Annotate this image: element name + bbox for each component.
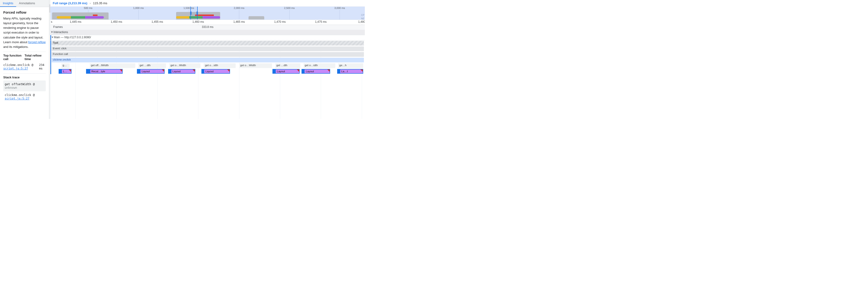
flame-chart[interactable]: Frames 333.8 ms Interactions Main — http… (51, 25, 365, 119)
event-bar[interactable]: Event: click (52, 47, 364, 51)
insight-panel: Forced reflow Many APIs, typically readi… (0, 7, 49, 119)
insights-sidebar: Insights Annotations Forced reflow Many … (0, 0, 49, 119)
top-fn-location-link[interactable]: script.js:5:27 (3, 67, 28, 70)
layout-bar[interactable]: Recal…tyle (90, 69, 123, 74)
get-offsetwidth-bar[interactable]: ge…h (338, 63, 363, 68)
layout-bar[interactable]: Layout (171, 69, 195, 74)
top-fn-header: Top function call Total reflow time (3, 54, 46, 61)
ruler-tick: 1,455 ms (152, 20, 163, 24)
layout-prelude-bar[interactable] (168, 69, 171, 74)
insight-body-prefix: Many APIs, typically reading layout geom… (3, 17, 43, 44)
interactions-track-label: Interactions (51, 30, 69, 34)
layout-bar[interactable]: L… (61, 69, 71, 74)
insight-title: Forced reflow (3, 10, 46, 14)
long-task-corner-icon (192, 69, 195, 72)
stack-trace-label: Stack trace (3, 76, 46, 79)
total-reflow-label: Total reflow time (25, 54, 46, 61)
main-label-text: Main — http://127.0.0.1:8080/ (54, 36, 91, 39)
stack-loc-unknown: unknown (5, 86, 17, 89)
layout-prelude-bar[interactable] (337, 69, 340, 74)
long-task-corner-icon (227, 69, 229, 72)
main-track-label: Main — http://127.0.0.1:8080/ (52, 36, 92, 39)
long-task-corner-icon (69, 69, 71, 72)
ruler-tick: 1,480 (358, 20, 365, 24)
layout-prelude-bar[interactable] (273, 69, 275, 74)
overview-grip-right[interactable] (196, 6, 198, 20)
timeline-panel: Full range (3,213.39 ms) › 115.35 ms 500… (51, 0, 365, 119)
ruler-tick: 1,465 ms (233, 20, 245, 24)
get-offsetwidth-bar[interactable]: get o…idth (204, 63, 236, 68)
get-offsetwidth-bar[interactable]: get o…idth (304, 63, 335, 68)
main-track-indicator (51, 40, 51, 74)
at-symbol: @ (33, 93, 35, 97)
stack-loc-link[interactable]: script.js:5:27 (5, 97, 29, 100)
overview-grip-left[interactable] (190, 6, 192, 20)
get-offsetwidth-bar[interactable]: get …dth (138, 63, 166, 68)
tab-insights[interactable]: Insights (0, 0, 16, 7)
disclosure-triangle-icon[interactable] (52, 37, 54, 38)
get-offsetwidth-bar[interactable]: g… (61, 63, 70, 68)
layout-bar[interactable]: La…t (340, 69, 364, 74)
get-offsetwidth-bar[interactable]: get o…Width (239, 63, 272, 68)
stack-frame[interactable]: clickme.onclick @ script.js:5:27 (3, 91, 46, 102)
main-track-indicator (51, 35, 51, 40)
main-track-header[interactable]: Main — http://127.0.0.1:8080/ (51, 35, 365, 40)
long-task-corner-icon (162, 69, 164, 72)
disclosure-triangle-icon[interactable] (51, 32, 53, 33)
overview-tick: 500 ms (84, 6, 92, 9)
top-fn-row: clickme.onclick @ script.js:5:27 234 ms (3, 62, 46, 71)
get-offsetwidth-bar[interactable]: get off…tWidth (90, 63, 135, 68)
overview-tick: 1,000 ms (133, 6, 144, 9)
layout-bar[interactable]: Layout (304, 69, 330, 74)
layout-bar[interactable]: Layout (275, 69, 300, 74)
long-task-corner-icon (361, 69, 363, 72)
ruler-tick: 1,470 ms (274, 20, 286, 24)
long-task-corner-icon (297, 69, 299, 72)
layout-bar[interactable]: Layout (140, 69, 164, 74)
overview-tick: 2,000 ms (234, 6, 244, 9)
overview-selection-window[interactable] (190, 6, 198, 20)
layout-prelude-bar[interactable] (137, 69, 140, 74)
timeline-overview[interactable]: 500 ms1,000 ms1,500 ms2,000 ms2,500 ms3,… (51, 6, 365, 20)
forced-reflow-link[interactable]: forced reflow (28, 40, 45, 44)
insight-body-suffix: and its mitigations. (3, 45, 29, 49)
chevron-right-icon: › (90, 1, 91, 5)
layout-prelude-bar[interactable] (302, 69, 304, 74)
long-task-corner-icon (327, 69, 330, 72)
insight-description: Many APIs, typically reading layout geom… (3, 16, 46, 49)
get-offsetwidth-bar[interactable]: get …dth (275, 63, 300, 68)
overview-tick: 3,000 ms (334, 6, 345, 9)
frames-track-label: Frames (53, 25, 64, 29)
breadcrumb-current-range[interactable]: 115.35 ms (93, 1, 107, 5)
ruler-tick: 1,450 ms (111, 20, 122, 24)
stack-frame[interactable]: get offsetWidth @ unknown (3, 81, 46, 91)
tab-annotations[interactable]: Annotations (16, 0, 38, 7)
ruler-tick: 1,460 ms (192, 20, 204, 24)
breadcrumb-full-range[interactable]: Full range (3,213.39 ms) (53, 1, 87, 5)
layout-prelude-bar[interactable] (202, 69, 204, 74)
main-flame-lanes: Task Event: click Function call clickme.… (51, 40, 365, 74)
ruler-left-edge: s (51, 20, 52, 24)
overview-line (57, 16, 104, 19)
frames-track[interactable]: Frames 333.8 ms (51, 25, 365, 30)
sidebar-tabs: Insights Annotations (0, 0, 49, 7)
stack-fn-name: get offsetWidth (5, 82, 31, 86)
top-fn-label: Top function call (3, 54, 25, 61)
stack-fn-name: clickme.onclick (5, 93, 31, 97)
function-call-bar[interactable]: Function call (52, 52, 364, 57)
at-symbol: @ (31, 63, 33, 67)
interactions-label-text: Interactions (54, 30, 68, 34)
get-offsetwidth-bar[interactable]: get o…Width (169, 63, 200, 68)
ruler-tick: 1,445 ms (70, 20, 81, 24)
overview-tick: 2,500 ms (284, 6, 295, 9)
range-breadcrumb: Full range (3,213.39 ms) › 115.35 ms (51, 0, 365, 6)
onclick-bar[interactable]: clickme.onclick (52, 58, 364, 62)
overview-long-task-marker (93, 15, 97, 16)
layout-prelude-bar[interactable] (59, 69, 61, 74)
task-bar[interactable]: Task (52, 41, 364, 46)
time-ruler[interactable]: s 1,445 ms1,450 ms1,455 ms1,460 ms1,465 … (51, 20, 365, 25)
cpu-hump (249, 16, 264, 20)
interactions-track[interactable]: Interactions (51, 30, 365, 35)
layout-prelude-bar[interactable] (86, 69, 90, 74)
layout-bar[interactable]: Layout (204, 69, 230, 74)
